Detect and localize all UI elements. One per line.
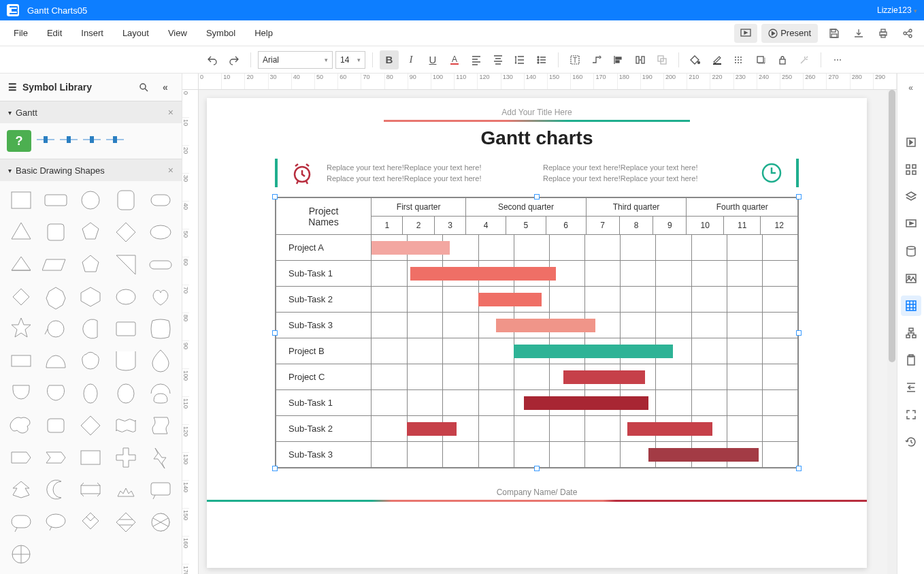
menu-help[interactable]: Help xyxy=(245,24,282,42)
task-timeline[interactable] xyxy=(372,338,798,364)
fullscreen-icon[interactable] xyxy=(901,404,921,425)
print-button[interactable] xyxy=(871,24,895,43)
layers-icon[interactable] xyxy=(901,187,921,207)
text-align-h-button[interactable] xyxy=(467,50,486,69)
shape-38[interactable] xyxy=(110,412,141,439)
gantt-bar[interactable] xyxy=(563,370,645,384)
page-canvas[interactable]: Add Your Title Here Gantt charts Replace… xyxy=(207,98,867,568)
clipboard-icon[interactable] xyxy=(901,350,921,370)
shape-6[interactable] xyxy=(40,219,71,246)
more-button[interactable]: ⋯ xyxy=(828,50,847,69)
shape-29[interactable] xyxy=(146,347,176,374)
shape-14[interactable] xyxy=(146,251,176,278)
task-timeline[interactable] xyxy=(372,442,798,468)
data-icon[interactable] xyxy=(901,241,921,261)
menu-view[interactable]: View xyxy=(159,24,197,42)
shape-50[interactable] xyxy=(5,509,36,536)
shape-45[interactable] xyxy=(5,476,36,503)
align-left-button[interactable] xyxy=(609,50,628,69)
underline-button[interactable]: U xyxy=(423,50,442,69)
gantt-bar[interactable] xyxy=(648,448,759,462)
shape-13[interactable] xyxy=(110,251,141,278)
task-name[interactable]: Project B xyxy=(276,338,372,364)
shape-31[interactable] xyxy=(40,380,71,407)
gantt-bar[interactable] xyxy=(627,422,712,436)
blurb-left[interactable]: Replace your text here!Replace your text… xyxy=(327,162,531,185)
shape-7[interactable] xyxy=(76,219,106,246)
category-gantt[interactable]: ▾Gantt× xyxy=(0,101,182,123)
fill-color-button[interactable] xyxy=(686,50,705,69)
canvas-area[interactable]: 0102030405060708090100110120130140150160… xyxy=(182,74,897,574)
shape-3[interactable] xyxy=(110,187,141,214)
shape-9[interactable] xyxy=(146,219,176,246)
italic-button[interactable]: I xyxy=(401,50,420,69)
shape-12[interactable] xyxy=(76,251,106,278)
task-timeline[interactable] xyxy=(372,261,798,287)
export-icon[interactable] xyxy=(901,132,921,153)
image-icon[interactable] xyxy=(901,268,921,289)
shape-19[interactable] xyxy=(146,283,176,310)
menu-file[interactable]: File xyxy=(4,24,37,42)
shape-36[interactable] xyxy=(40,412,71,439)
save-button[interactable] xyxy=(822,24,846,43)
shape-2[interactable] xyxy=(76,187,106,214)
shape-35[interactable] xyxy=(5,412,36,439)
lock-button[interactable] xyxy=(773,50,792,69)
shape-17[interactable] xyxy=(76,283,106,310)
doc-title[interactable]: Gantt charts xyxy=(207,127,867,149)
shape-18[interactable] xyxy=(110,283,141,310)
presentation-icon[interactable] xyxy=(901,214,921,234)
close-category-icon[interactable]: × xyxy=(168,165,174,176)
gantt-bar[interactable] xyxy=(372,241,450,255)
help-icon[interactable]: ? xyxy=(7,130,31,152)
connector-button[interactable] xyxy=(587,50,606,69)
gantt-shape-3[interactable] xyxy=(83,136,101,146)
share-button[interactable] xyxy=(895,24,920,43)
shape-55[interactable] xyxy=(5,541,36,568)
shape-22[interactable] xyxy=(76,315,106,342)
menu-symbol[interactable]: Symbol xyxy=(197,24,245,42)
search-library-button[interactable] xyxy=(135,79,152,95)
bullet-list-button[interactable] xyxy=(532,50,551,69)
group-button[interactable] xyxy=(653,50,672,69)
shape-49[interactable] xyxy=(146,476,176,503)
indent-icon[interactable] xyxy=(901,377,921,398)
shape-26[interactable] xyxy=(40,347,71,374)
history-icon[interactable] xyxy=(901,432,921,452)
menu-edit[interactable]: Edit xyxy=(37,24,71,42)
shadow-button[interactable] xyxy=(751,50,770,69)
outline-icon[interactable] xyxy=(901,323,921,343)
shape-32[interactable] xyxy=(76,380,106,407)
task-timeline[interactable] xyxy=(372,416,798,442)
user-menu[interactable]: Lizzie123 ▾ xyxy=(877,5,917,15)
shape-43[interactable] xyxy=(110,444,141,471)
shape-44[interactable] xyxy=(146,444,176,471)
shape-47[interactable] xyxy=(76,476,106,503)
shape-53[interactable] xyxy=(110,509,141,536)
task-name[interactable]: Sub-Task 3 xyxy=(276,313,372,338)
shape-10[interactable] xyxy=(5,251,36,278)
category-basic-shapes[interactable]: ▾Basic Drawing Shapes× xyxy=(0,159,182,181)
shape-40[interactable] xyxy=(5,444,36,471)
menu-layout[interactable]: Layout xyxy=(113,24,159,42)
shape-28[interactable] xyxy=(110,347,141,374)
slideshow-button[interactable] xyxy=(734,24,757,43)
bold-button[interactable]: B xyxy=(380,50,399,69)
gantt-bar[interactable] xyxy=(410,267,556,281)
shape-33[interactable] xyxy=(110,380,141,407)
shape-20[interactable] xyxy=(5,315,36,342)
shape-30[interactable] xyxy=(5,380,36,407)
shape-5[interactable] xyxy=(5,219,36,246)
theme-icon[interactable] xyxy=(901,105,921,125)
blurb-right[interactable]: Replace your text here!Replace your text… xyxy=(543,162,747,185)
text-align-v-button[interactable] xyxy=(489,50,508,69)
shape-41[interactable] xyxy=(40,444,71,471)
gantt-shape-1[interactable] xyxy=(37,136,54,146)
components-icon[interactable] xyxy=(901,159,921,180)
gantt-chart[interactable]: Project NamesFirst quarterSecond quarter… xyxy=(275,197,799,468)
task-timeline[interactable] xyxy=(372,390,798,416)
distribute-button[interactable] xyxy=(631,50,650,69)
gantt-bar[interactable] xyxy=(478,293,542,306)
shape-34[interactable] xyxy=(146,380,176,407)
line-style-button[interactable] xyxy=(729,50,748,69)
